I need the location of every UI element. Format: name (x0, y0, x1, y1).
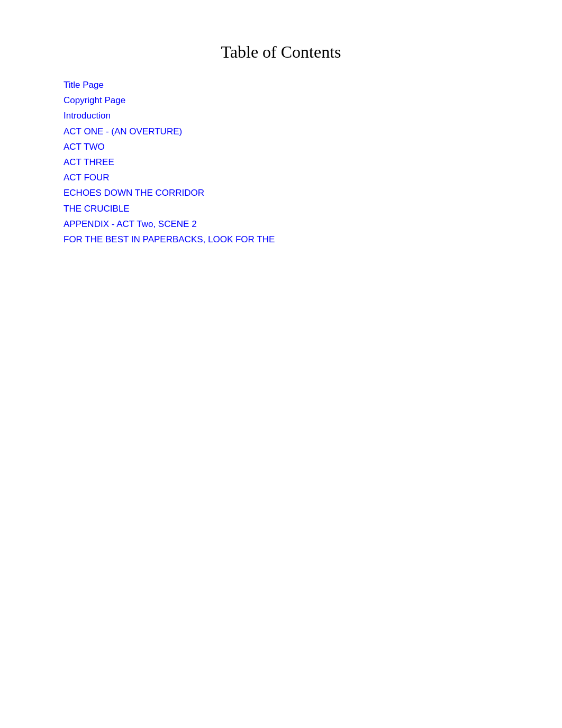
toc-link-8[interactable]: THE CRUCIBLE (64, 204, 130, 214)
toc-link-10[interactable]: FOR THE BEST IN PAPERBACKS, LOOK FOR THE (64, 234, 275, 244)
toc-item: ACT FOUR (64, 170, 498, 185)
toc-item: THE CRUCIBLE (64, 202, 498, 216)
toc-link-5[interactable]: ACT THREE (64, 157, 114, 167)
toc-item: APPENDIX - ACT Two, SCENE 2 (64, 217, 498, 231)
toc-link-7[interactable]: ECHOES DOWN THE CORRIDOR (64, 188, 204, 198)
toc-link-9[interactable]: APPENDIX - ACT Two, SCENE 2 (64, 219, 197, 229)
toc-list: Title PageCopyright PageIntroductionACT … (64, 78, 498, 247)
toc-item: ECHOES DOWN THE CORRIDOR (64, 186, 498, 200)
toc-item: Introduction (64, 108, 498, 123)
toc-link-6[interactable]: ACT FOUR (64, 172, 110, 183)
toc-link-4[interactable]: ACT TWO (64, 142, 105, 152)
toc-item: ACT ONE - (AN OVERTURE) (64, 124, 498, 139)
toc-item: Title Page (64, 78, 498, 92)
toc-item: FOR THE BEST IN PAPERBACKS, LOOK FOR THE (64, 232, 498, 247)
toc-link-2[interactable]: Introduction (64, 111, 111, 121)
toc-item: ACT THREE (64, 155, 498, 169)
toc-link-1[interactable]: Copyright Page (64, 95, 125, 105)
toc-item: Copyright Page (64, 93, 498, 107)
page-container: Table of Contents Title PageCopyright Pa… (0, 0, 562, 290)
toc-item: ACT TWO (64, 140, 498, 154)
page-title: Table of Contents (64, 42, 498, 62)
toc-link-3[interactable]: ACT ONE - (AN OVERTURE) (64, 126, 182, 136)
toc-link-0[interactable]: Title Page (64, 80, 104, 90)
